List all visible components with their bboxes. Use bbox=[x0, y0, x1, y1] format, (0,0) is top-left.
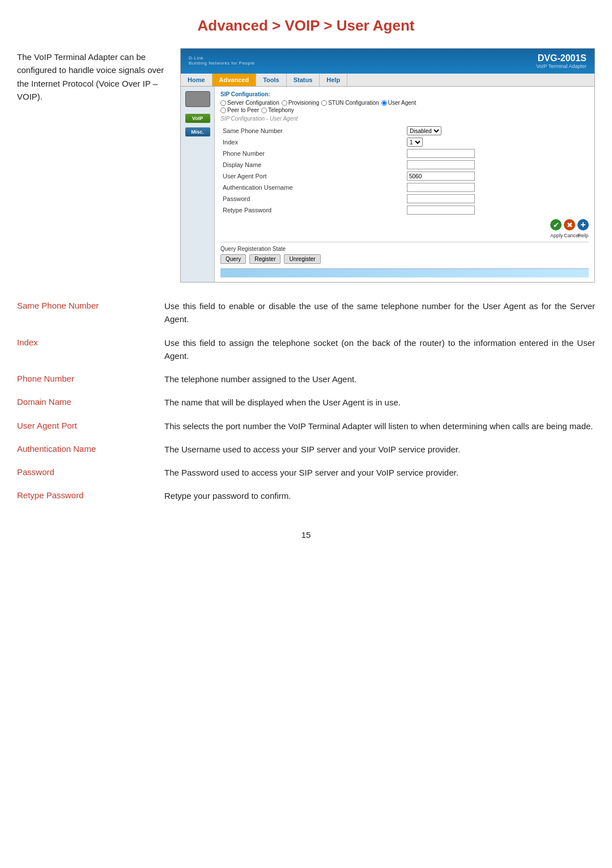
sidebar-btn-voip[interactable]: VoIP bbox=[185, 114, 210, 123]
router-main: SIP Configuration: Server Configuration … bbox=[215, 87, 594, 282]
desc-term-auth-name: Authentication Name bbox=[17, 443, 164, 456]
desc-def-password: The Password used to access your SIP ser… bbox=[164, 466, 595, 479]
sip-radio-row2: Peer to Peer Telephony bbox=[220, 107, 589, 113]
form-row-password: Password bbox=[220, 193, 589, 204]
label-auth-username: Authentication Username bbox=[220, 182, 405, 193]
query-label: Query Registeration State bbox=[220, 246, 589, 252]
form-row-phone-number: Phone Number bbox=[220, 148, 589, 159]
label-phone-number: Phone Number bbox=[220, 148, 405, 159]
query-btn[interactable]: Query bbox=[220, 254, 246, 264]
desc-row-user-agent-port: User Agent Port This selects the port nu… bbox=[17, 420, 595, 433]
desc-term-password: Password bbox=[17, 466, 164, 479]
desc-row-password: Password The Password used to access you… bbox=[17, 466, 595, 479]
desc-row-phone: Phone Number The telephone number assign… bbox=[17, 373, 595, 386]
model-name: DVG-2001S bbox=[536, 53, 586, 63]
field-user-agent-port[interactable] bbox=[405, 170, 589, 182]
field-phone-number[interactable] bbox=[405, 148, 589, 159]
desc-term-user-agent-port: User Agent Port bbox=[17, 420, 164, 433]
query-buttons: Query Register Unregister bbox=[220, 254, 589, 264]
form-row-display-name: Display Name bbox=[220, 159, 589, 170]
field-same-phone[interactable]: Disabled Enabled bbox=[405, 125, 589, 136]
sidebar: VoIP Misc. bbox=[181, 87, 215, 282]
sip-radio-row: Server Configuration Provisioning STUN C… bbox=[220, 100, 589, 106]
intro-text: The VoIP Terminal Adapter can be configu… bbox=[17, 48, 164, 283]
label-same-phone: Same Phone Number bbox=[220, 125, 405, 136]
field-display-name[interactable] bbox=[405, 159, 589, 170]
label-password: Password bbox=[220, 193, 405, 204]
radio-peer-to-peer[interactable]: Peer to Peer bbox=[220, 107, 259, 113]
apply-button[interactable]: ✔ bbox=[550, 219, 562, 230]
desc-term-domain: Domain Name bbox=[17, 396, 164, 409]
status-bar bbox=[220, 268, 589, 277]
desc-row-auth-name: Authentication Name The Username used to… bbox=[17, 443, 595, 456]
router-nav: Home Advanced Tools Status Help bbox=[181, 74, 594, 87]
field-retype-password[interactable] bbox=[405, 204, 589, 216]
action-labels: Apply Cancel Help bbox=[220, 233, 589, 238]
radio-telephony[interactable]: Telephony bbox=[261, 107, 294, 113]
sidebar-device-image bbox=[185, 91, 210, 107]
radio-provisioning[interactable]: Provisioning bbox=[282, 100, 319, 106]
desc-def-auth-name: The Username used to access your SIP ser… bbox=[164, 443, 595, 456]
help-label: Help bbox=[577, 233, 589, 238]
desc-term-phone: Phone Number bbox=[17, 373, 164, 386]
desc-term-retype-password: Retype Password bbox=[17, 489, 164, 502]
router-body: VoIP Misc. SIP Configuration: Server Con… bbox=[181, 87, 594, 282]
input-retype-password[interactable] bbox=[407, 206, 475, 215]
model-sub: VoIP Terminal Adapter bbox=[536, 63, 586, 69]
form-row-retype-password: Retype Password bbox=[220, 204, 589, 216]
form-table: Same Phone Number Disabled Enabled Index bbox=[220, 125, 589, 216]
input-password[interactable] bbox=[407, 194, 475, 203]
field-password[interactable] bbox=[405, 193, 589, 204]
description-section: Same Phone Number Use this field to enab… bbox=[0, 283, 612, 524]
desc-row-domain: Domain Name The name that will be displa… bbox=[17, 396, 595, 409]
sub-section-label: SIP Configuration - User Agent bbox=[220, 116, 589, 122]
desc-def-retype-password: Retype your password to confirm. bbox=[164, 489, 595, 502]
router-panel: D-Link Building Networks for People DVG-… bbox=[180, 48, 595, 283]
nav-help[interactable]: Help bbox=[320, 74, 347, 86]
cancel-label: Cancel bbox=[564, 233, 575, 238]
nav-status[interactable]: Status bbox=[287, 74, 320, 86]
form-row-user-agent-port: User Agent Port bbox=[220, 170, 589, 182]
desc-term-same-phone: Same Phone Number bbox=[17, 300, 164, 313]
nav-advanced[interactable]: Advanced bbox=[212, 74, 257, 86]
apply-label: Apply bbox=[550, 233, 562, 238]
input-user-agent-port[interactable] bbox=[407, 172, 475, 181]
desc-row-same-phone: Same Phone Number Use this field to enab… bbox=[17, 300, 595, 326]
sidebar-btn-misc[interactable]: Misc. bbox=[185, 127, 210, 136]
register-btn[interactable]: Register bbox=[249, 254, 280, 264]
desc-def-phone: The telephone number assigned to the Use… bbox=[164, 373, 595, 386]
query-section: Query Registeration State Query Register… bbox=[220, 242, 589, 264]
dlink-logo-sub: Building Networks for People bbox=[189, 61, 255, 66]
page-title: Advanced > VOIP > User Agent bbox=[0, 0, 612, 48]
nav-tools[interactable]: Tools bbox=[256, 74, 287, 86]
desc-term-index: Index bbox=[17, 336, 164, 349]
action-row: ✔ ✖ + bbox=[220, 219, 589, 230]
dlink-logo: D-Link Building Networks for People bbox=[189, 56, 255, 66]
desc-row-retype-password: Retype Password Retype your password to … bbox=[17, 489, 595, 502]
form-row-index: Index 1 2 bbox=[220, 136, 589, 148]
field-index[interactable]: 1 2 bbox=[405, 136, 589, 148]
form-row-auth-username: Authentication Username bbox=[220, 182, 589, 193]
nav-home[interactable]: Home bbox=[181, 74, 212, 86]
select-same-phone[interactable]: Disabled Enabled bbox=[407, 126, 441, 135]
help-button[interactable]: + bbox=[577, 219, 589, 230]
cancel-button[interactable]: ✖ bbox=[564, 219, 575, 230]
radio-server-config[interactable]: Server Configuration bbox=[220, 100, 279, 106]
desc-def-same-phone: Use this field to enable or disable the … bbox=[164, 300, 595, 326]
input-display-name[interactable] bbox=[407, 160, 475, 169]
router-model: DVG-2001S VoIP Terminal Adapter bbox=[536, 53, 586, 69]
label-index: Index bbox=[220, 136, 405, 148]
select-index[interactable]: 1 2 bbox=[407, 138, 423, 147]
radio-user-agent[interactable]: User Agent bbox=[381, 100, 416, 106]
radio-stun[interactable]: STUN Configuration bbox=[321, 100, 379, 106]
field-auth-username[interactable] bbox=[405, 182, 589, 193]
desc-def-user-agent-port: This selects the port number the VoIP Te… bbox=[164, 420, 595, 433]
unregister-btn[interactable]: Unregister bbox=[284, 254, 320, 264]
desc-def-domain: The name that will be displayed when the… bbox=[164, 396, 595, 409]
label-display-name: Display Name bbox=[220, 159, 405, 170]
label-user-agent-port: User Agent Port bbox=[220, 170, 405, 182]
page-number: 15 bbox=[0, 524, 612, 551]
input-phone-number[interactable] bbox=[407, 149, 475, 158]
input-auth-username[interactable] bbox=[407, 183, 475, 192]
router-header: D-Link Building Networks for People DVG-… bbox=[181, 49, 594, 74]
